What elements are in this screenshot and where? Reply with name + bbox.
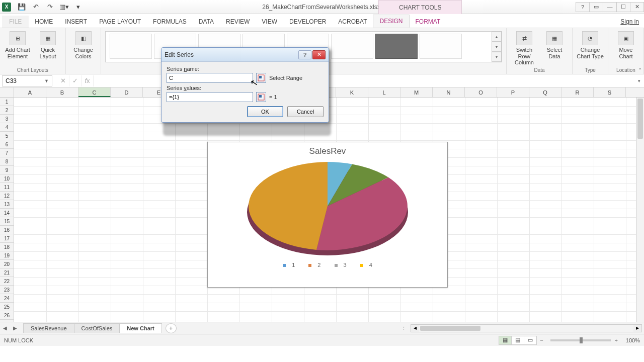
name-box[interactable]: C33 ▼ [2,75,52,86]
pie-plot-area[interactable] [208,158,447,259]
zoom-out-icon[interactable]: − [540,337,543,343]
row-header[interactable]: 8 [0,157,14,166]
row-header[interactable]: 11 [0,183,14,192]
row-header[interactable]: 15 [0,217,14,226]
row-header[interactable]: 1 [0,98,14,106]
row-header[interactable]: 3 [0,115,14,123]
dialog-close-icon[interactable]: ✕ [312,50,326,59]
column-header[interactable]: M [400,87,433,97]
tab-view[interactable]: VIEW [256,16,283,28]
column-header[interactable]: P [497,87,529,97]
view-page-break-icon[interactable]: ▭ [524,336,537,345]
tab-home[interactable]: HOME [29,16,59,28]
row-header[interactable]: 17 [0,234,14,243]
change-colors-button[interactable]: ◧ Change Colors [70,31,97,59]
save-icon[interactable]: 💾 [15,2,28,13]
row-header[interactable]: 27 [0,320,14,322]
chart-title[interactable]: SalesRev [208,142,447,158]
column-header[interactable]: R [561,87,594,97]
sheet-tab-new-chart[interactable]: New Chart [119,323,162,333]
row-headers[interactable]: 1234567891011121314151617181920212223242… [0,98,14,322]
series-name-range-picker-icon[interactable] [256,73,266,83]
row-header[interactable]: 14 [0,209,14,217]
qat-customize-icon[interactable]: ▾ [71,2,85,13]
insert-function-icon[interactable]: fx [82,75,94,86]
column-header[interactable]: L [368,87,400,97]
close-icon[interactable]: ✕ [630,2,644,12]
row-header[interactable]: 16 [0,226,14,234]
row-header[interactable]: 20 [0,260,14,268]
row-header[interactable]: 25 [0,303,14,311]
column-header[interactable]: K [336,87,368,97]
tab-review[interactable]: REVIEW [220,16,256,28]
minimize-icon[interactable]: — [603,2,617,12]
tab-insert[interactable]: INSERT [59,16,93,28]
row-header[interactable]: 7 [0,149,14,157]
expand-formula-bar-icon[interactable]: ▾ [634,78,644,83]
ribbon-options-icon[interactable]: ▭ [589,2,603,12]
help-icon[interactable]: ? [576,2,590,12]
ok-button[interactable]: OK [247,106,283,117]
maximize-icon[interactable]: ☐ [616,2,630,12]
dialog-titlebar[interactable]: Edit Series ? ✕ [162,48,329,62]
redo-icon[interactable]: ↷ [43,2,56,13]
chart-legend[interactable]: 1 2 3 4 [208,259,447,268]
column-header[interactable]: A [14,87,46,97]
column-header[interactable]: Q [529,87,561,97]
row-header[interactable]: 18 [0,243,14,251]
row-header[interactable]: 9 [0,166,14,174]
tab-developer[interactable]: DEVELOPER [283,16,332,28]
change-chart-type-button[interactable]: ◔ Change Chart Type [577,31,604,59]
column-header[interactable]: O [465,87,497,97]
new-sheet-button[interactable]: + [166,323,177,333]
tab-formulas[interactable]: FORMULAS [147,16,193,28]
row-header[interactable]: 24 [0,294,14,303]
view-normal-icon[interactable]: ▦ [499,336,512,345]
tab-format[interactable]: FORMAT [410,16,447,28]
enter-formula-icon[interactable]: ✓ [69,75,82,86]
undo-icon[interactable]: ↶ [29,2,42,13]
chart-style-thumb[interactable] [420,34,462,59]
select-all-corner[interactable] [0,87,14,97]
dialog-help-icon[interactable]: ? [298,50,311,59]
row-header[interactable]: 5 [0,132,14,140]
column-header[interactable]: B [46,87,78,97]
sheet-tab-costofsales[interactable]: CostOfSales [74,323,120,333]
select-data-button[interactable]: ▦ Select Data [541,31,568,59]
quick-layout-button[interactable]: ▦ Quick Layout [34,31,61,59]
cancel-formula-icon[interactable]: ✕ [57,75,69,86]
name-box-dropdown-icon[interactable]: ▼ [44,78,49,83]
chart-style-thumb[interactable] [331,34,373,59]
row-header[interactable]: 4 [0,123,14,132]
series-name-input[interactable] [167,73,253,83]
sign-in-link[interactable]: Sign in [615,16,644,28]
row-header[interactable]: 12 [0,192,14,200]
move-chart-button[interactable]: ▣ Move Chart [612,31,639,59]
row-header[interactable]: 22 [0,277,14,286]
zoom-slider[interactable] [550,339,611,341]
qat-item-icon[interactable]: ▥▾ [57,2,70,13]
horizontal-scrollbar[interactable]: ◀▶ [411,324,642,332]
row-header[interactable]: 23 [0,286,14,294]
sheet-tab-salesrevenue[interactable]: SalesRevenue [23,323,74,333]
tab-file[interactable]: FILE [2,16,29,28]
collapse-ribbon-icon[interactable]: ⌃ [638,67,642,73]
row-header[interactable]: 2 [0,106,14,115]
cancel-button[interactable]: Cancel [287,106,324,117]
row-header[interactable]: 21 [0,268,14,277]
embedded-chart[interactable]: SalesRev 1 2 3 4 [207,142,448,288]
sheet-nav-prev-icon[interactable]: ◀ [0,323,10,333]
series-values-input[interactable] [167,92,253,102]
gallery-scroll[interactable]: ▲▼▾ [492,32,502,62]
column-header[interactable]: D [111,87,143,97]
row-header[interactable]: 6 [0,140,14,149]
tab-page-layout[interactable]: PAGE LAYOUT [93,16,147,28]
tab-split-handle[interactable]: ⋮ [401,325,407,331]
add-chart-element-button[interactable]: ⊞ Add Chart Element [4,31,31,59]
tab-acrobat[interactable]: ACROBAT [332,16,373,28]
series-values-range-picker-icon[interactable] [256,92,266,102]
column-header[interactable]: S [594,87,626,97]
row-header[interactable]: 10 [0,174,14,183]
sheet-nav-next-icon[interactable]: ▶ [10,323,20,333]
row-header[interactable]: 13 [0,200,14,209]
